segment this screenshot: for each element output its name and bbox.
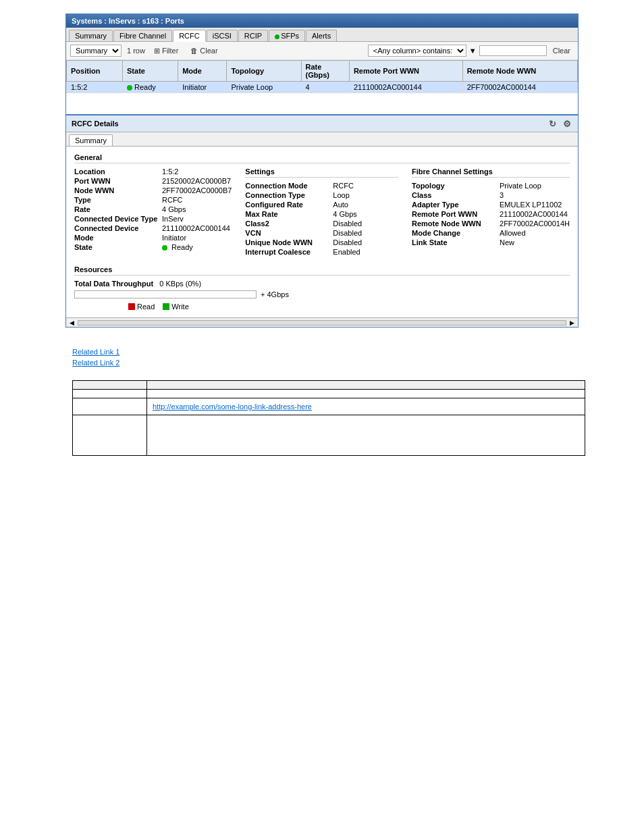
row-fc-remote-port-wwn: Remote Port WWN 21110002AC000144 — [412, 210, 570, 218]
row-label-1 — [73, 390, 147, 398]
configured-rate-value: Auto — [333, 201, 348, 209]
row-link-state: Link State New — [412, 238, 570, 246]
ports-table: Position State Mode Topology Rate(Gbps) … — [66, 60, 578, 93]
col-mode: Mode — [178, 61, 227, 82]
bottom-link-2[interactable]: Related Link 2 — [72, 359, 572, 367]
connected-device-type-value: InServ — [162, 215, 184, 223]
legend-write: Write — [163, 303, 188, 311]
port-wwn-label: Port WWN — [74, 177, 162, 185]
row-interrupt-coalesce: Interrupt Coalesce Enabled — [245, 248, 398, 256]
legend: Read Write — [74, 303, 570, 311]
tab-summary[interactable]: Summary — [69, 30, 113, 41]
sfps-status-dot — [275, 34, 279, 39]
settings-title: Settings — [245, 167, 398, 178]
connection-type-value: Loop — [333, 191, 349, 199]
mode-label: Mode — [74, 234, 162, 242]
tab-fibre-channel[interactable]: Fibre Channel — [113, 30, 172, 41]
filter-button[interactable]: ⊞ Filter — [151, 45, 182, 57]
link-state-label: Link State — [412, 238, 500, 246]
fc-remote-port-wwn-label: Remote Port WWN — [412, 210, 500, 218]
title-bar: Systems : InServs : s163 : Ports — [66, 14, 578, 28]
interrupt-coalesce-label: Interrupt Coalesce — [245, 248, 333, 256]
tabs-bar: Summary Fibre Channel RCFC iSCSI RCIP SF… — [66, 28, 578, 42]
general-column: Location 1:5:2 Port WWN 21520002AC0000B7… — [74, 167, 232, 257]
class2-value: Disabled — [333, 219, 362, 228]
bottom-link-1[interactable]: Related Link 1 — [72, 348, 572, 356]
row-value-3 — [147, 415, 585, 456]
node-wwn-value: 2FF70002AC0000B7 — [162, 186, 232, 194]
fc-remote-node-wwn-value: 2FF70002AC00014H — [500, 219, 570, 228]
throughput-label: Total Data Throughput — [74, 280, 153, 288]
progress-bar — [74, 290, 257, 298]
table-row[interactable]: 1:5:2 Ready Initiator Private Loop 4 211… — [67, 82, 578, 93]
cell-rate: 4 — [301, 82, 349, 93]
legend-write-label: Write — [171, 303, 188, 311]
table-link[interactable]: http://example.com/some-long-link-addres… — [153, 402, 312, 411]
fc-remote-port-wwn-value: 21110002AC000144 — [500, 210, 568, 218]
details-tabs: Summary — [66, 132, 578, 147]
tab-rcfc[interactable]: RCFC — [173, 30, 206, 42]
state-dot — [162, 245, 167, 251]
connection-type-label: Connection Type — [245, 191, 333, 199]
table-row — [73, 415, 585, 456]
connection-mode-label: Connection Mode — [245, 182, 333, 190]
tab-sfps[interactable]: SFPs — [269, 30, 305, 41]
row-state: State Ready — [74, 243, 232, 251]
links-section: Related Link 1 Related Link 2 — [72, 348, 572, 367]
scroll-right[interactable]: ▶ — [568, 319, 576, 326]
cell-remote-port-wwn: 21110002AC000144 — [349, 82, 462, 93]
cell-position: 1:5:2 — [67, 82, 123, 93]
link-state-value: New — [500, 238, 514, 246]
tab-rcip[interactable]: RCIP — [238, 30, 268, 41]
clear-search-button[interactable]: Clear — [549, 45, 574, 56]
details-tab-summary[interactable]: Summary — [69, 134, 113, 146]
table-row — [73, 390, 585, 398]
ready-dot — [127, 85, 132, 90]
row-node-wwn: Node WWN 2FF70002AC0000B7 — [74, 186, 232, 194]
row-configured-rate: Configured Rate Auto — [245, 201, 398, 209]
header-cell-content — [147, 381, 585, 390]
configured-rate-label: Configured Rate — [245, 201, 333, 209]
clear-button[interactable]: 🗑 Clear — [187, 45, 221, 56]
cell-topology: Private Loop — [227, 82, 301, 93]
vcn-value: Disabled — [333, 229, 362, 237]
mode-value: Initiator — [162, 234, 186, 242]
fc-settings-column: Fibre Channel Settings Topology Private … — [412, 167, 570, 257]
column-select[interactable]: <Any column> contains: — [368, 45, 466, 57]
cell-state: Ready — [123, 82, 178, 93]
bottom-reference-table: http://example.com/some-long-link-addres… — [72, 380, 585, 456]
search-area: <Any column> contains: ▼ Clear — [368, 45, 574, 57]
connection-mode-value: RCFC — [333, 182, 354, 190]
class2-label: Class2 — [245, 219, 333, 228]
col-remote-node-wwn: Remote Node WWN — [462, 61, 577, 82]
interrupt-coalesce-value: Enabled — [333, 248, 360, 256]
search-input[interactable] — [479, 45, 547, 56]
cell-mode: Initiator — [178, 82, 227, 93]
type-label: Type — [74, 196, 162, 204]
max-rate-value: 4 Gbps — [333, 210, 356, 218]
clear-icon: 🗑 — [190, 47, 198, 55]
row-max-rate: Max Rate 4 Gbps — [245, 210, 398, 218]
row-class: Class 3 — [412, 191, 570, 199]
location-value: 1:5:2 — [162, 167, 178, 176]
tab-iscsi[interactable]: iSCSI — [207, 30, 238, 41]
col-rate: Rate(Gbps) — [301, 61, 349, 82]
read-color — [128, 303, 135, 310]
details-icon-refresh[interactable]: ↻ — [547, 118, 558, 129]
row-fc-remote-node-wwn: Remote Node WWN 2FF70002AC00014H — [412, 219, 570, 228]
row-adapter-type: Adapter Type EMULEX LP11002 — [412, 201, 570, 209]
scroll-track[interactable] — [78, 320, 566, 325]
details-icons: ↻ ⚙ — [547, 118, 572, 129]
col-state: State — [123, 61, 178, 82]
details-section: RCFC Details ↻ ⚙ Summary General Locatio… — [66, 114, 578, 327]
class-value: 3 — [500, 191, 504, 199]
row-vcn: VCN Disabled — [245, 229, 398, 237]
mode-change-label: Mode Change — [412, 229, 500, 237]
tab-alerts[interactable]: Alerts — [306, 30, 337, 41]
scroll-left[interactable]: ◀ — [68, 319, 76, 326]
legend-read-label: Read — [137, 303, 155, 311]
details-icon-settings[interactable]: ⚙ — [562, 118, 572, 129]
progress-max: + 4Gbps — [261, 290, 289, 298]
adapter-type-value: EMULEX LP11002 — [500, 201, 562, 209]
view-select[interactable]: Summary — [70, 45, 122, 57]
